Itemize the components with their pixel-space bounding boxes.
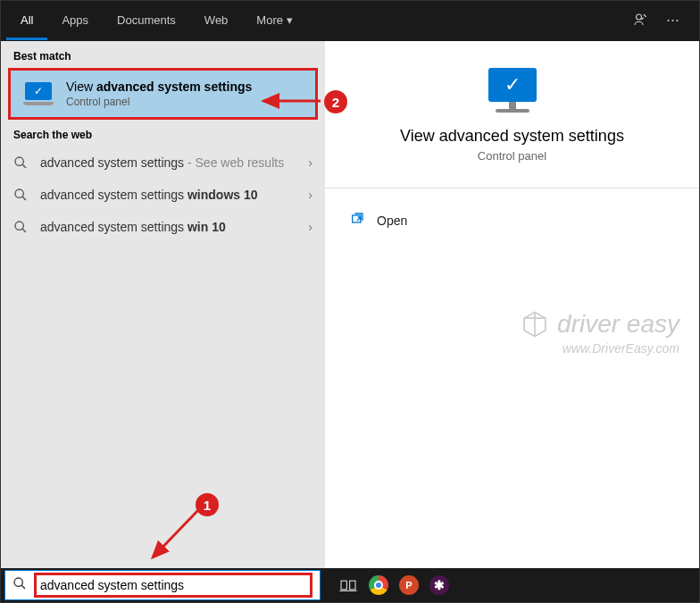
- svg-point-0: [637, 14, 642, 20]
- search-input-highlight: [34, 573, 312, 598]
- watermark-logo: driver easy: [520, 309, 679, 339]
- best-match-text: View advanced system settings Control pa…: [66, 80, 252, 108]
- tab-bar: All Apps Documents Web More ▾: [6, 3, 307, 40]
- header-actions: ⋯: [632, 12, 694, 30]
- r1-plain: advanced system settings: [40, 188, 188, 202]
- chevron-right-icon[interactable]: ›: [308, 155, 312, 170]
- best-match-title: View advanced system settings: [66, 80, 252, 94]
- taskbar: P ✱: [1, 568, 699, 602]
- tab-apps[interactable]: Apps: [47, 3, 103, 40]
- web-result-2[interactable]: advanced system settings win 10 ›: [1, 211, 325, 243]
- web-result-text: advanced system settings windows 10: [40, 188, 296, 202]
- r0-trail: - See web results: [184, 155, 284, 170]
- more-options-icon[interactable]: ⋯: [666, 12, 679, 30]
- preview-hero: ✓ View advanced system settings Control …: [325, 68, 699, 163]
- tab-more[interactable]: More ▾: [242, 3, 307, 40]
- best-match-header: Best match: [1, 41, 325, 68]
- annotation-badge-2: 2: [324, 90, 347, 113]
- tab-web[interactable]: Web: [190, 3, 243, 40]
- svg-point-1: [15, 157, 23, 165]
- open-icon: [350, 212, 364, 230]
- feedback-icon[interactable]: [632, 12, 648, 30]
- tab-documents[interactable]: Documents: [103, 3, 190, 40]
- open-action[interactable]: Open: [325, 205, 699, 237]
- search-icon: [12, 576, 27, 594]
- tab-all[interactable]: All: [6, 3, 47, 40]
- chevron-down-icon: ▾: [287, 13, 293, 27]
- watermark-url: www.DriverEasy.com: [520, 341, 679, 356]
- web-result-0[interactable]: advanced system settings - See web resul…: [1, 147, 325, 179]
- search-header: All Apps Documents Web More ▾ ⋯: [1, 1, 699, 41]
- web-result-1[interactable]: advanced system settings windows 10 ›: [1, 179, 325, 211]
- svg-line-4: [22, 197, 26, 200]
- cube-icon: [520, 309, 550, 339]
- powerpoint-icon[interactable]: P: [397, 574, 421, 597]
- svg-point-8: [14, 578, 22, 586]
- r2-bold: win 10: [188, 220, 226, 234]
- search-icon: [13, 155, 28, 170]
- web-result-text: advanced system settings - See web resul…: [40, 155, 296, 170]
- search-web-header: Search the web: [1, 120, 325, 147]
- divider: [325, 188, 699, 188]
- bm-title-bold: advanced system settings: [96, 80, 252, 94]
- annotation-arrow-2: [260, 92, 324, 110]
- svg-rect-11: [350, 581, 355, 590]
- web-result-text: advanced system settings win 10: [40, 220, 296, 234]
- r1-bold: windows 10: [188, 188, 258, 202]
- search-input[interactable]: [40, 578, 306, 592]
- taskbar-searchbox[interactable]: [4, 570, 321, 600]
- chevron-right-icon[interactable]: ›: [308, 188, 312, 202]
- preview-panel: ✓ View advanced system settings Control …: [325, 41, 699, 570]
- task-view-icon[interactable]: [337, 574, 360, 597]
- watermark-brand: driver easy: [557, 310, 679, 339]
- control-panel-icon: ✓: [23, 82, 54, 105]
- preview-title: View advanced system settings: [343, 127, 681, 146]
- r0-plain: advanced system settings: [40, 155, 184, 170]
- tab-more-label: More: [256, 13, 283, 27]
- bm-title-plain: View: [66, 80, 96, 94]
- svg-line-13: [153, 509, 199, 557]
- chevron-right-icon[interactable]: ›: [308, 220, 312, 234]
- control-panel-large-icon: ✓: [484, 68, 541, 113]
- svg-point-3: [15, 189, 23, 197]
- open-label: Open: [377, 214, 407, 228]
- search-icon: [13, 220, 28, 234]
- chrome-icon[interactable]: [367, 574, 390, 597]
- slack-icon[interactable]: ✱: [428, 574, 451, 597]
- svg-line-2: [22, 164, 26, 168]
- watermark: driver easy www.DriverEasy.com: [520, 309, 679, 356]
- main-area: Best match ✓ View advanced system settin…: [1, 41, 699, 570]
- preview-subtitle: Control panel: [343, 149, 681, 163]
- r2-plain: advanced system settings: [40, 220, 188, 234]
- best-match-subtitle: Control panel: [66, 96, 252, 108]
- svg-rect-10: [341, 581, 346, 590]
- search-icon: [13, 188, 28, 202]
- taskbar-icons: P ✱: [321, 574, 451, 597]
- results-panel: Best match ✓ View advanced system settin…: [1, 41, 325, 570]
- svg-line-6: [22, 229, 26, 232]
- svg-point-5: [15, 222, 23, 230]
- svg-line-9: [21, 585, 25, 589]
- annotation-badge-1: 1: [196, 493, 219, 516]
